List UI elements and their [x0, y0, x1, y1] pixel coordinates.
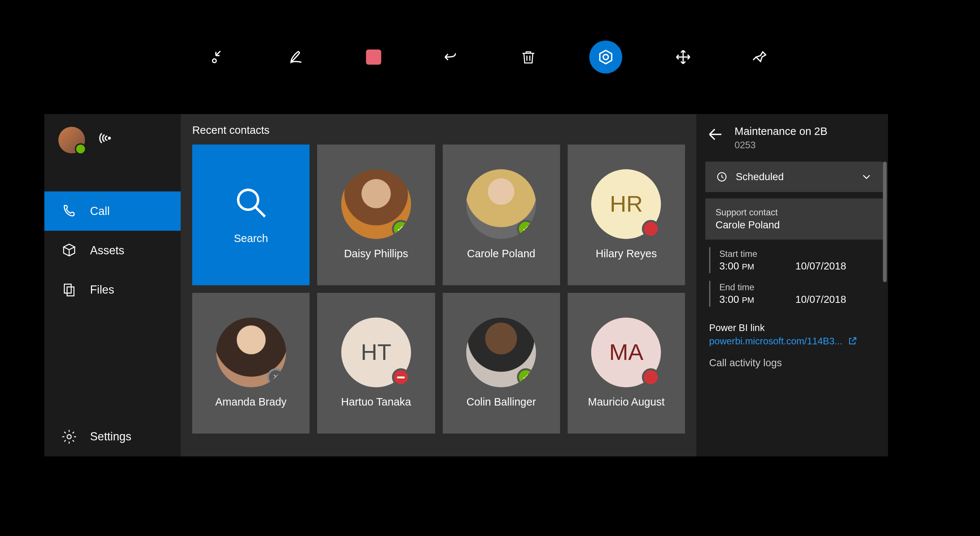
contact-avatar	[216, 318, 286, 387]
contact-avatar: HT	[341, 318, 411, 387]
status-label: Scheduled	[736, 171, 784, 183]
end-time-label: End time	[719, 282, 883, 292]
contact-initials: MA	[609, 339, 643, 366]
contact-card[interactable]: Carole Poland	[442, 144, 560, 285]
wifi-icon	[97, 130, 114, 149]
nav-item-call[interactable]: Call	[45, 191, 181, 231]
contact-card[interactable]: HR Hilary Reyes	[568, 144, 685, 285]
external-link-icon	[848, 335, 858, 346]
search-tile[interactable]: Search	[192, 144, 310, 285]
contact-name: Hartuo Tanaka	[341, 396, 411, 409]
square-color-icon[interactable]	[357, 40, 390, 73]
profile-row	[45, 114, 181, 166]
section-heading: Recent contacts	[192, 124, 685, 137]
detail-header: Maintenance on 2B 0253	[697, 126, 888, 162]
assist-icon[interactable]	[589, 40, 622, 73]
contact-name: Hilary Reyes	[596, 248, 657, 260]
contacts-grid: Search Daisy Phillips Carole Poland HR	[192, 144, 685, 434]
svg-rect-4	[67, 287, 74, 296]
nav-item-files[interactable]: Files	[45, 270, 181, 309]
detail-title: Maintenance on 2B	[735, 126, 827, 138]
start-time-value: 3:00 PM	[719, 260, 770, 272]
end-date-value: 10/07/2018	[795, 294, 846, 305]
nav-label: Call	[90, 204, 110, 217]
contact-initials: HT	[361, 339, 391, 366]
presence-offline-icon	[267, 368, 285, 386]
contact-initials: HR	[610, 191, 643, 217]
contact-name: Mauricio August	[588, 396, 665, 409]
powerbi-label: Power BI link	[709, 322, 879, 333]
svg-point-1	[603, 54, 608, 60]
end-time-block: End time 3:00 PM 10/07/2018	[709, 281, 883, 307]
detail-subtitle: 0253	[735, 140, 827, 150]
start-time-block: Start time 3:00 PM 10/07/2018	[709, 247, 883, 273]
contact-avatar	[341, 170, 411, 239]
scrollbar-thumb[interactable]	[883, 162, 886, 282]
svg-point-6	[238, 190, 258, 210]
support-value: Carole Poland	[716, 219, 873, 231]
start-date-value: 10/07/2018	[795, 260, 846, 272]
nav-item-settings[interactable]: Settings	[45, 417, 181, 456]
back-arrow-icon[interactable]	[706, 126, 724, 146]
presence-available-icon	[392, 220, 410, 238]
sidebar: Call Assets Files Settings	[45, 114, 181, 456]
start-time-label: Start time	[719, 248, 883, 258]
chevron-down-icon	[860, 171, 873, 183]
undo-icon[interactable]	[434, 40, 468, 73]
contact-card[interactable]: Daisy Phillips	[317, 144, 435, 285]
main-panel: Recent contacts Search Daisy Phillips Ca…	[181, 114, 696, 456]
svg-rect-3	[64, 284, 71, 293]
contact-card[interactable]: MA Mauricio August	[568, 293, 685, 434]
powerbi-link-text: powerbi.microsoft.com/114B3...	[709, 335, 842, 346]
contact-name: Carole Poland	[467, 248, 535, 260]
end-time-value: 3:00 PM	[719, 294, 770, 305]
activity-logs-heading: Call activity logs	[705, 346, 883, 369]
contact-avatar: MA	[591, 318, 661, 387]
presence-busy-icon	[392, 368, 410, 386]
presence-dnd-icon	[642, 220, 660, 238]
powerbi-link[interactable]: powerbi.microsoft.com/114B3...	[709, 335, 879, 346]
contact-name: Colin Ballinger	[466, 396, 536, 409]
trash-icon[interactable]	[512, 40, 545, 73]
nav-label: Settings	[90, 430, 131, 443]
svg-point-0	[213, 59, 216, 63]
search-icon	[232, 185, 269, 224]
support-contact-row[interactable]: Support contact Carole Poland	[705, 198, 883, 239]
ink-pen-icon[interactable]	[280, 40, 313, 73]
svg-point-2	[109, 137, 110, 139]
presence-available-icon	[517, 220, 535, 238]
detail-panel: Maintenance on 2B 0253 Scheduled Support…	[697, 114, 888, 456]
presence-dnd-icon	[642, 368, 660, 386]
user-avatar[interactable]	[58, 127, 85, 154]
arrow-in-icon[interactable]	[202, 40, 235, 73]
nav-list: Call Assets Files	[45, 191, 181, 309]
svg-point-5	[67, 435, 71, 439]
contact-card[interactable]: Amanda Brady	[192, 293, 310, 434]
contact-card[interactable]: Colin Ballinger	[442, 293, 560, 434]
presence-available-icon	[517, 368, 535, 386]
pin-icon[interactable]	[744, 40, 777, 73]
nav-label: Assets	[90, 244, 124, 257]
contact-card[interactable]: HT Hartuo Tanaka	[317, 293, 435, 434]
clock-icon	[716, 171, 728, 183]
contact-name: Daisy Phillips	[344, 248, 408, 260]
contact-name: Amanda Brady	[215, 396, 286, 409]
support-label: Support contact	[716, 207, 873, 217]
app-window: Call Assets Files Settings Recent contac…	[45, 114, 888, 456]
search-label: Search	[234, 233, 268, 246]
top-toolbar	[0, 0, 979, 114]
nav-item-assets[interactable]: Assets	[45, 231, 181, 270]
contact-avatar	[466, 170, 536, 239]
detail-scroll-area: Scheduled Support contact Carole Poland …	[697, 162, 888, 456]
status-dropdown[interactable]: Scheduled	[705, 162, 883, 192]
powerbi-section: Power BI link powerbi.microsoft.com/114B…	[705, 314, 883, 346]
contact-avatar: HR	[591, 170, 661, 239]
nav-label: Files	[90, 283, 114, 297]
move-icon[interactable]	[667, 40, 700, 73]
contact-avatar	[466, 318, 536, 387]
